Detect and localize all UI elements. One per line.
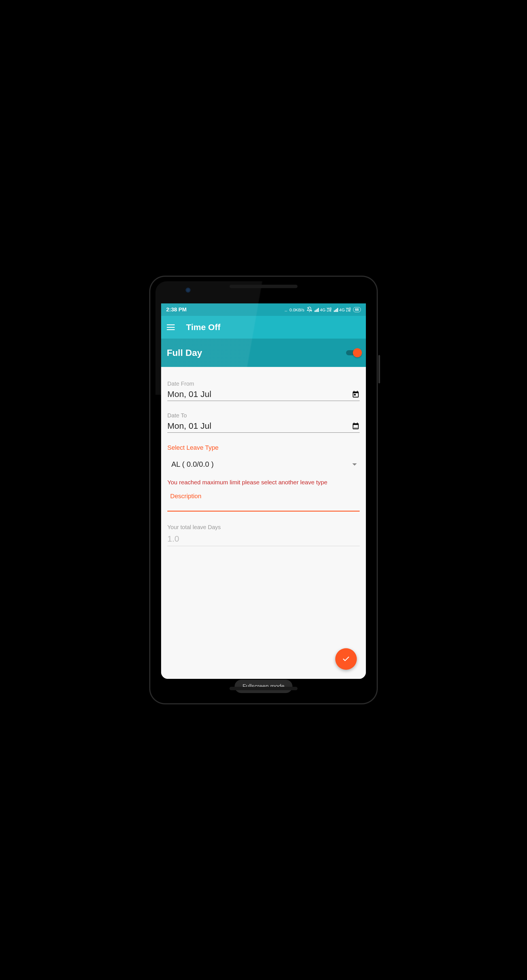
date-from-label: Date From <box>167 380 360 387</box>
date-to-value: Mon, 01 Jul <box>167 421 211 431</box>
submit-button[interactable] <box>335 648 357 670</box>
app-screen: 2:38 PM ... 0.0KB/s 4G Vo))LTE 4G <box>161 304 366 679</box>
network-1: 4G <box>320 307 326 312</box>
description-input[interactable] <box>167 511 360 512</box>
chevron-down-icon <box>352 463 357 466</box>
leave-type-label: Select Leave Type <box>167 444 360 452</box>
description-label: Description <box>170 493 360 500</box>
fullscreen-mode-pill[interactable]: Fullscreen mode <box>234 680 293 693</box>
full-day-toggle-bar: Full Day <box>161 339 366 367</box>
status-bar: 2:38 PM ... 0.0KB/s 4G Vo))LTE 4G <box>161 304 366 316</box>
full-day-toggle[interactable] <box>346 349 360 356</box>
volte-icon-1: Vo))LTE <box>327 307 331 312</box>
leave-type-value: AL ( 0.0/0.0 ) <box>171 460 213 469</box>
status-time: 2:38 PM <box>166 307 186 313</box>
app-bar: Time Off <box>161 316 366 339</box>
total-days-value: 1.0 <box>167 534 360 546</box>
signal-icon <box>315 307 319 312</box>
app-title: Time Off <box>186 322 220 332</box>
sim1-group: 4G Vo))LTE <box>315 307 331 312</box>
leave-type-dropdown[interactable]: AL ( 0.0/0.0 ) <box>167 460 360 473</box>
check-icon <box>342 655 350 663</box>
date-to-label: Date To <box>167 412 360 419</box>
volte-icon-2: Vo))LTE <box>346 307 351 312</box>
bottom-speaker <box>229 687 298 690</box>
calendar-icon[interactable] <box>352 390 360 398</box>
status-right: ... 0.0KB/s 4G Vo))LTE 4G Vo))LTE <box>285 307 361 313</box>
form-area: Date From Mon, 01 Jul Date To Mon, 01 Ju… <box>161 367 366 679</box>
date-from-field[interactable]: Date From Mon, 01 Jul <box>167 380 360 401</box>
network-2: 4G <box>339 307 345 312</box>
signal-icon-2 <box>334 307 338 312</box>
error-message: You reached maximum limit please select … <box>167 479 360 486</box>
calendar-icon-2[interactable] <box>352 422 360 430</box>
front-camera <box>186 288 191 293</box>
sim2-group: 4G Vo))LTE <box>334 307 351 312</box>
data-rate: 0.0KB/s <box>289 307 304 312</box>
power-button <box>378 355 380 383</box>
battery-indicator: 66 <box>353 307 361 312</box>
phone-frame: 2:38 PM ... 0.0KB/s 4G Vo))LTE 4G <box>149 275 378 705</box>
top-speaker <box>229 285 298 288</box>
menu-icon[interactable] <box>167 325 175 330</box>
date-to-field[interactable]: Date To Mon, 01 Jul <box>167 412 360 433</box>
date-from-value: Mon, 01 Jul <box>167 389 211 399</box>
total-days-label: Your total leave Days <box>167 524 360 531</box>
alarm-off-icon <box>307 307 312 313</box>
full-day-label: Full Day <box>167 348 202 358</box>
